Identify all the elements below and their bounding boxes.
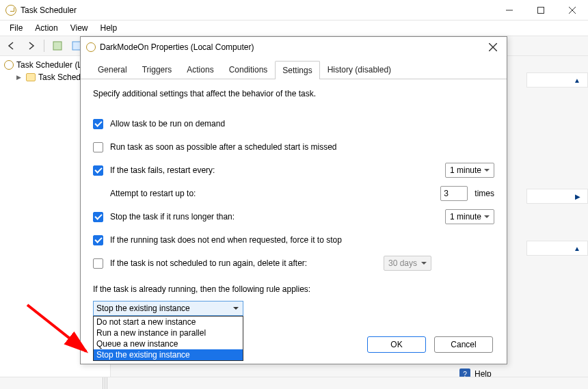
menu-help[interactable]: Help xyxy=(95,22,123,34)
clock-icon xyxy=(4,60,14,70)
allow-on-demand-checkbox[interactable] xyxy=(93,119,103,129)
caret-right-icon: ▶ xyxy=(16,74,23,81)
menu-file[interactable]: File xyxy=(4,22,28,34)
stop-longer-checkbox[interactable] xyxy=(93,212,103,222)
svg-rect-4 xyxy=(53,42,62,50)
running-rule-combo[interactable]: Stop the existing instance xyxy=(93,301,243,316)
running-rule-label: If the task is already running, then the… xyxy=(93,284,494,294)
rule-option-queue[interactable]: Queue a new instance xyxy=(94,338,243,349)
window-buttons xyxy=(494,0,588,21)
attempt-count-input[interactable]: 3 xyxy=(440,186,468,201)
running-rule-dropdown: Do not start a new instance Run a new in… xyxy=(93,316,243,361)
panel-collapse-1[interactable]: ▲ xyxy=(526,72,588,88)
run-asap-checkbox[interactable] xyxy=(93,142,103,152)
dialog-tabs: General Triggers Actions Conditions Sett… xyxy=(81,60,507,79)
run-asap-label: Run task as soon as possible after a sch… xyxy=(110,142,494,152)
tab-general[interactable]: General xyxy=(90,60,135,79)
clock-icon xyxy=(5,5,16,16)
delete-after-checkbox[interactable] xyxy=(93,258,103,269)
delete-after-select: 30 days xyxy=(384,256,431,271)
panel-collapse-2[interactable]: ▲ xyxy=(526,241,588,256)
dialog-title: DarkModeOn Properties (Local Computer) xyxy=(100,42,254,52)
settings-description: Specify additional settings that affect … xyxy=(93,89,494,98)
back-button[interactable] xyxy=(4,38,19,53)
properties-dialog: DarkModeOn Properties (Local Computer) G… xyxy=(80,36,507,364)
rule-option-do-not-start[interactable]: Do not start a new instance xyxy=(94,317,243,327)
dialog-titlebar: DarkModeOn Properties (Local Computer) xyxy=(81,37,507,57)
rule-option-parallel[interactable]: Run a new instance in parallel xyxy=(94,327,243,338)
tab-actions[interactable]: Actions xyxy=(179,60,221,79)
menu-view[interactable]: View xyxy=(65,22,94,34)
forward-button[interactable] xyxy=(23,38,38,53)
minimize-button[interactable] xyxy=(494,0,525,21)
folder-icon xyxy=(26,73,36,81)
statusbar xyxy=(0,377,588,389)
rule-option-stop-existing[interactable]: Stop the existing instance xyxy=(94,349,243,360)
stop-longer-select[interactable]: 1 minute xyxy=(445,209,494,224)
tab-history[interactable]: History (disabled) xyxy=(320,60,399,79)
toolbar-icon-1[interactable] xyxy=(50,38,65,53)
app-title: Task Scheduler xyxy=(21,5,77,15)
delete-after-label: If the task is not scheduled to run agai… xyxy=(110,258,384,268)
tab-settings[interactable]: Settings xyxy=(275,61,319,79)
allow-on-demand-label: Allow task to be run on demand xyxy=(110,119,494,129)
close-button[interactable] xyxy=(557,0,588,21)
menubar: File Action View Help xyxy=(0,21,588,36)
times-label: times xyxy=(475,189,494,198)
tab-triggers[interactable]: Triggers xyxy=(135,60,180,79)
main-titlebar: Task Scheduler xyxy=(0,0,588,21)
maximize-button[interactable] xyxy=(525,0,557,21)
dialog-buttons: OK Cancel xyxy=(367,336,493,353)
force-stop-checkbox[interactable] xyxy=(93,235,103,245)
tree-root-label: Task Scheduler (L xyxy=(16,60,82,70)
restart-interval-select[interactable]: 1 minute xyxy=(445,163,494,178)
menu-action[interactable]: Action xyxy=(29,22,63,34)
tab-conditions[interactable]: Conditions xyxy=(222,60,276,79)
dialog-body: Specify additional settings that affect … xyxy=(81,79,507,325)
clock-icon xyxy=(86,42,96,52)
panel-expand[interactable]: ▶ xyxy=(526,189,588,204)
if-fails-checkbox[interactable] xyxy=(93,165,103,176)
force-stop-label: If the running task does not end when re… xyxy=(110,235,494,245)
if-fails-label: If the task fails, restart every: xyxy=(110,165,445,175)
attempt-label: Attempt to restart up to: xyxy=(110,189,440,198)
dialog-close-button[interactable] xyxy=(479,37,507,57)
ok-button[interactable]: OK xyxy=(367,336,426,353)
stop-longer-label: Stop the task if it runs longer than: xyxy=(110,212,445,222)
svg-rect-1 xyxy=(538,7,544,13)
cancel-button[interactable]: Cancel xyxy=(434,336,493,353)
